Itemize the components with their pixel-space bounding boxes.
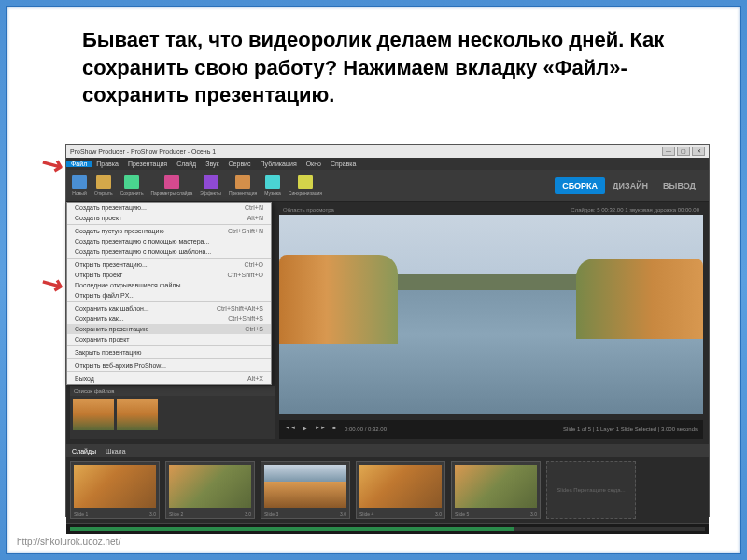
tab-ВЫВОД[interactable]: ВЫВОД [655, 177, 703, 194]
preview-area: Область просмотра Слайдов: 5 00:32.00 1 … [279, 205, 703, 416]
next-button[interactable]: ►► [315, 425, 324, 434]
timeline-tab-Слайды[interactable]: Слайды [72, 448, 96, 455]
preview-canvas[interactable] [279, 215, 703, 414]
file-thumb[interactable] [73, 399, 114, 430]
annotation-arrow-file-menu: ↘ [35, 146, 68, 183]
file-list-header: Список файлов [70, 386, 275, 396]
menu-item--[interactable]: Создать пустую презентациюCtrl+Shift+N [67, 226, 271, 236]
prev-button[interactable]: ◄◄ [285, 425, 294, 434]
menu-item--[interactable]: Закрыть презентацию [67, 347, 271, 357]
instruction-text: Бывает так, что видеоролик делаем нескол… [7, 7, 740, 114]
slide-Slide 2[interactable]: Slide 23.0 [165, 461, 255, 519]
menu-item--[interactable]: Последние открывавшиеся файлы [67, 280, 271, 290]
toolbar-Презентация[interactable]: Презентация [229, 175, 257, 196]
menu-Презентация[interactable]: Презентация [123, 161, 172, 167]
menu-item--[interactable]: Сохранить проект [67, 334, 271, 344]
slide-Slide 1[interactable]: Slide 13.0 [70, 461, 160, 519]
menu-Файл[interactable]: Файл [66, 161, 92, 167]
preview-image-lake [279, 215, 703, 414]
menu-item--[interactable]: Открыть проектCtrl+Shift+O [67, 270, 271, 280]
window-titlebar: ProShow Producer - ProShow Producer - Ос… [66, 145, 709, 158]
minimize-button[interactable]: — [662, 147, 675, 156]
menu-item--[interactable]: Сохранить как шаблон...Ctrl+Shift+Alt+S [67, 303, 271, 314]
tab-ДИЗАЙН[interactable]: ДИЗАЙН [605, 177, 655, 194]
main-tabs: СБОРКАДИЗАЙНВЫВОД [555, 177, 703, 194]
menu-item--ProShow-[interactable]: Открыть веб-архив ProShow... [67, 360, 271, 371]
menu-Слайд[interactable]: Слайд [172, 161, 201, 167]
toolbar-Эффекты[interactable]: Эффекты [200, 175, 221, 196]
menu-Окно[interactable]: Окно [302, 161, 326, 167]
timeline-header: СлайдыШкала [66, 444, 709, 457]
menu-item--[interactable]: Создать проектAlt+N [67, 213, 271, 223]
window-title: ProShow Producer - ProShow Producer - Ос… [70, 148, 216, 155]
menu-item--[interactable]: Создать презентацию...Ctrl+N [67, 203, 271, 213]
playback-time: 0:00.00 / 0:32.00 [345, 427, 387, 432]
playback-info: Slide 1 of 5 | 1 Layer 1 Slide Selected … [563, 427, 698, 432]
annotation-arrow-save-item: ↘ [35, 265, 68, 302]
menu-item--PX-[interactable]: Открыть файл PX... [67, 290, 271, 301]
menubar: ФайлПравкаПрезентацияСлайдЗвукСервисПубл… [66, 158, 709, 170]
playback-bar: ◄◄ ▶ ►► ■ 0:00.00 / 0:32.00 Slide 1 of 5… [279, 420, 703, 439]
menu-item--[interactable]: ВыходAlt+X [67, 373, 271, 384]
tab-СБОРКА[interactable]: СБОРКА [555, 177, 605, 194]
menu-Правка[interactable]: Правка [92, 161, 123, 167]
workspace: Создать презентацию...Ctrl+NСоздать прое… [66, 202, 709, 444]
slide-Slide 5[interactable]: Slide 53.0 [451, 461, 541, 519]
menu-item--[interactable]: Создать презентацию с помощью шаблона... [67, 246, 271, 257]
menu-Звук[interactable]: Звук [201, 161, 223, 167]
maximize-button[interactable]: ▢ [677, 147, 690, 156]
toolbar-Синхронизация[interactable]: Синхронизация [289, 175, 322, 196]
timeline: Slide 13.0Slide 23.0Slide 33.0Slide 43.0… [66, 457, 709, 523]
preview-header-left: Область просмотра [283, 207, 334, 213]
slide-add-placeholder[interactable]: Slides Перетащите сюда... [546, 461, 636, 519]
file-list-panel: Список файлов [70, 386, 275, 439]
file-thumb[interactable] [117, 399, 158, 430]
menu-Сервис[interactable]: Сервис [224, 161, 256, 167]
audio-track[interactable] [66, 523, 709, 534]
menu-item--[interactable]: Открыть презентацию...Ctrl+O [67, 259, 271, 270]
menu-item--[interactable]: Сохранить как...Ctrl+Shift+S [67, 314, 271, 324]
menu-Публикация[interactable]: Публикация [256, 161, 302, 167]
close-button[interactable]: ✕ [692, 147, 705, 156]
toolbar: НовыйОткрытьСохранитьПараметры слайдаЭфф… [66, 170, 709, 202]
slide-Slide 3[interactable]: Slide 33.0 [261, 461, 350, 519]
timeline-tab-Шкала[interactable]: Шкала [106, 448, 126, 455]
toolbar-Открыть[interactable]: Открыть [94, 175, 113, 196]
menu-item--[interactable]: Создать презентацию с помощью мастера... [67, 236, 271, 246]
proshow-app-window: ProShow Producer - ProShow Producer - Ос… [65, 144, 710, 517]
footer-url: http://shkolurok.ucoz.net/ [17, 537, 120, 547]
toolbar-Сохранить[interactable]: Сохранить [120, 175, 144, 196]
preview-header-right: Слайдов: 5 00:32.00 1 звуковая дорожка 0… [571, 207, 699, 213]
menu-Справка[interactable]: Справка [326, 161, 360, 167]
file-dropdown-menu: Создать презентацию...Ctrl+NСоздать прое… [66, 202, 272, 385]
toolbar-Новый[interactable]: Новый [72, 175, 87, 196]
toolbar-Параметры слайда[interactable]: Параметры слайда [151, 175, 193, 196]
slide-Slide 4[interactable]: Slide 43.0 [356, 461, 445, 519]
toolbar-Музыка[interactable]: Музыка [264, 175, 281, 196]
menu-item--[interactable]: Сохранить презентациюCtrl+S [67, 324, 271, 334]
stop-button[interactable]: ■ [330, 425, 339, 434]
play-button[interactable]: ▶ [300, 425, 309, 434]
